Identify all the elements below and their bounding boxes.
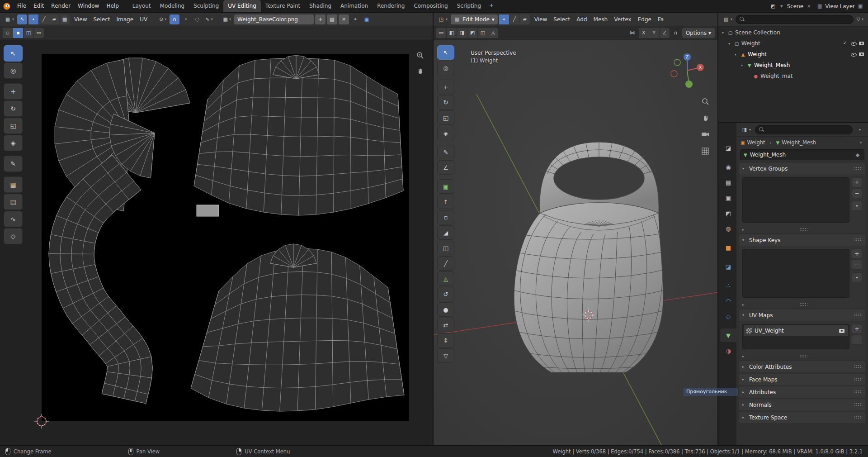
viewport-toggle-toggle-2[interactable]: ◧ [447, 28, 457, 38]
eye-icon[interactable] [850, 51, 857, 57]
uv-sync-selection-toggle[interactable]: ↖ [17, 14, 27, 24]
tool-button-smooth[interactable]: ● [437, 302, 454, 317]
uv-sticky-mode-sticky-shared-vertex[interactable]: ◫ [24, 28, 33, 38]
list-box[interactable]: UV_Weight [742, 324, 849, 349]
workspace-tab-layout[interactable]: Layout [128, 0, 156, 12]
mesh-select-mode-vertex[interactable]: ∙ [499, 14, 509, 24]
tool-button-rip-region[interactable]: ▦ [4, 176, 23, 193]
drag-grip-icon[interactable] [854, 390, 862, 394]
section-header[interactable]: ▸Texture Space [739, 412, 865, 423]
mesh-symmetry-icon[interactable]: ⋈ [627, 28, 637, 38]
section-header[interactable]: ▾UV Maps [739, 309, 865, 321]
list-box[interactable] [742, 249, 849, 298]
tool-button-extrude[interactable]: ↑ [437, 195, 454, 209]
workspace-tab-modeling[interactable]: Modeling [156, 0, 189, 12]
topbar-menu-window[interactable]: Window [74, 0, 103, 12]
outliner-row-material-weight-mat[interactable]: ● Weight_mat [718, 71, 868, 81]
viewport-toggle-toggle-3[interactable]: ◨ [457, 28, 467, 38]
viewport-canvas[interactable]: ZX User Perspective (1) Weight ↖◎+↻◱◈✎∠▣… [434, 40, 717, 445]
properties-tab-material[interactable]: ◑ [720, 344, 736, 357]
proportional-falloff-button[interactable]: ∿ ▾ [203, 14, 214, 24]
subpanel-footer[interactable]: ▸ [739, 226, 865, 233]
expand-caret-icon[interactable]: ▾ [733, 52, 738, 57]
tool-button-shrink-fatten[interactable]: ↕ [437, 333, 454, 348]
search-input[interactable] [766, 127, 849, 133]
symmetry-axis-z[interactable]: Z [660, 28, 670, 38]
uv-sticky-mode-sticky-extra[interactable]: ▭ [34, 28, 44, 38]
filter-dropdown-button[interactable]: ▾ [855, 125, 865, 135]
properties-tab-object-data[interactable]: ▼ [720, 328, 736, 342]
expand-caret-icon[interactable]: ▾ [739, 63, 745, 67]
drag-grip-icon[interactable] [854, 377, 862, 381]
properties-tab-view-layer[interactable]: ▣ [720, 191, 736, 205]
expand-caret-icon[interactable]: ▾ [720, 31, 726, 35]
tool-button-loop-cut[interactable]: ◫ [437, 241, 454, 255]
remove-button[interactable]: − [852, 335, 862, 345]
section-header[interactable]: ▸Attributes [739, 386, 865, 398]
mode-dropdown[interactable]: ▦ Edit Mode ▾ [451, 14, 498, 24]
properties-tab-physics[interactable]: ◠ [720, 294, 736, 308]
specials-menu-button[interactable]: ▾ [852, 272, 862, 282]
properties-tab-modifiers[interactable]: ◪ [720, 260, 736, 273]
tool-button-tweak[interactable]: ↖ [437, 45, 454, 60]
image-overlay-toggle[interactable]: ▣ [362, 14, 372, 24]
expand-caret-icon[interactable]: ▾ [726, 42, 732, 46]
zoom-icon[interactable] [701, 97, 710, 106]
editor-type-button[interactable]: ◳ ▾ [436, 14, 449, 24]
tool-button-cursor[interactable]: ◎ [437, 61, 454, 75]
editor-type-button[interactable]: ▦ ▾ [3, 14, 16, 24]
new-view-layer-icon[interactable]: ▣ [857, 3, 863, 10]
editor-type-button[interactable]: ▤ ▾ [721, 14, 734, 24]
open-image-button[interactable]: ▤ [327, 14, 337, 24]
symmetry-axis-x[interactable]: X [639, 28, 649, 38]
tool-button-annotate[interactable]: ✎ [437, 145, 454, 159]
properties-tab-tool[interactable]: ◪ [720, 141, 736, 155]
tool-button-relax[interactable]: ∿ [4, 211, 23, 227]
tool-button-poly-build[interactable]: ◬ [437, 271, 454, 286]
search-input[interactable] [747, 16, 849, 22]
viewport-toggle-toggle-5[interactable]: ◫ [478, 28, 488, 38]
add-button[interactable]: + [852, 177, 862, 187]
filter-button[interactable]: ▽ ▾ [855, 14, 865, 24]
drag-grip-icon[interactable] [854, 313, 862, 317]
workspace-tab-rendering[interactable]: Rendering [373, 0, 409, 12]
topbar-menu-help[interactable]: Help [103, 0, 122, 12]
tool-button-move[interactable]: + [4, 83, 23, 100]
subpanel-footer[interactable]: ▸ [739, 301, 865, 308]
section-header[interactable]: ▸Color Attributes [739, 361, 865, 372]
uv-menu-select[interactable]: Select [90, 14, 113, 24]
properties-tab-render[interactable]: ◉ [720, 160, 736, 174]
pan-hand-icon[interactable] [701, 113, 710, 122]
shield-icon[interactable]: ◆ [854, 151, 861, 158]
topbar-menu-edit[interactable]: Edit [30, 0, 47, 12]
workspace-tab-texture-paint[interactable]: Texture Paint [261, 0, 305, 12]
tool-button-scale[interactable]: ◱ [4, 118, 23, 134]
topbar-menu-file[interactable]: File [14, 0, 30, 12]
section-header[interactable]: ▸Face Maps [739, 374, 865, 385]
viewport-menu-select[interactable]: Select [550, 14, 573, 24]
tool-button-rip-region[interactable]: ▽ [437, 348, 454, 363]
properties-tab-particles[interactable]: ∴ [720, 279, 736, 292]
new-image-button[interactable]: + [315, 14, 326, 24]
outliner-row-mesh-weight-mesh[interactable]: ▾ ▼ Weight_Mesh [718, 60, 868, 71]
tool-button-spin[interactable]: ↺ [437, 287, 454, 301]
view-layer-selector[interactable]: ▥ View Layer ▣ [816, 3, 863, 10]
viewport-menu-view[interactable]: View [531, 14, 550, 24]
tool-button-bevel[interactable]: ◢ [437, 225, 454, 240]
drag-grip-icon[interactable] [854, 238, 862, 242]
unlink-image-button[interactable]: × [339, 14, 349, 24]
viewport-menu-edge[interactable]: Edge [635, 14, 655, 24]
properties-search[interactable] [755, 125, 853, 134]
viewport-toggle-toggle-4[interactable]: ◩ [467, 28, 477, 38]
render-camera-icon[interactable] [839, 328, 845, 334]
drag-grip-icon[interactable] [854, 167, 862, 171]
breadcrumb-data[interactable]: Weight_Mesh [782, 139, 816, 146]
tool-button-measure[interactable]: ∠ [437, 160, 454, 175]
tool-button-transform[interactable]: ◈ [437, 126, 454, 140]
uv-select-mode-vertex[interactable]: ∙ [28, 14, 38, 24]
orthographic-grid-icon[interactable] [701, 147, 710, 156]
checkbox-icon[interactable] [842, 40, 849, 47]
topbar-menu-render[interactable]: Render [47, 0, 74, 12]
tool-button-knife[interactable]: ╱ [437, 256, 454, 271]
pivot-point-button[interactable]: ⊙ ▾ [157, 14, 168, 24]
